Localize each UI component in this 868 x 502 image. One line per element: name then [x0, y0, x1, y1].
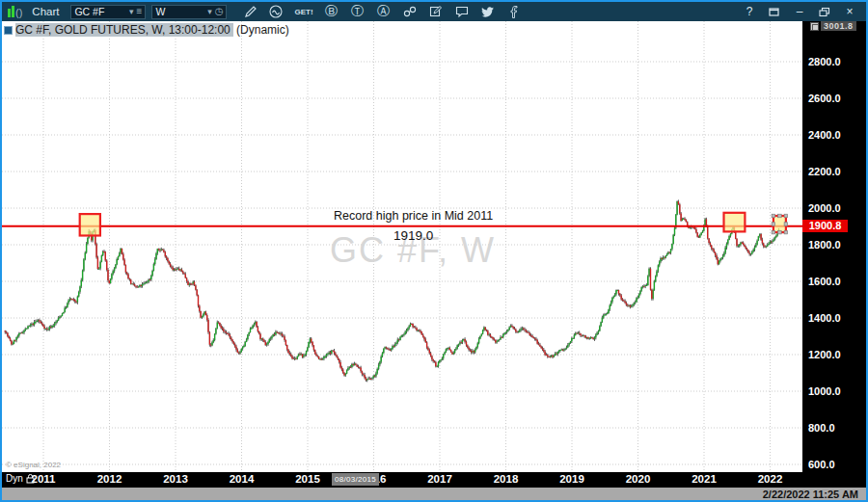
dyn-label: Dyn — [6, 473, 23, 484]
price-tick-label: 2200.0 — [808, 166, 841, 177]
price-tick-label: 1600.0 — [808, 276, 841, 287]
window-menu-label[interactable]: Chart — [32, 6, 59, 17]
chart-title-text: GC #F, GOLD FUTURES, W, 13:00-12:00 — [15, 23, 233, 37]
notes-compose-icon[interactable] — [428, 4, 444, 19]
price-axis[interactable]: 3001.8 2800.02600.02400.02200.02000.0180… — [802, 21, 866, 489]
ask-icon[interactable]: Ⓐ — [376, 4, 392, 19]
symbol-list-icon[interactable]: ≡ — [137, 7, 143, 16]
year-tick-label: 2014 — [230, 473, 255, 485]
trade-icon[interactable]: Ⓣ — [350, 4, 366, 19]
year-tick-label: 2022 — [758, 473, 783, 485]
dynamic-mode-toggle[interactable]: Dyn — [6, 473, 35, 484]
price-tick-label: 2000.0 — [808, 202, 841, 214]
facebook-icon[interactable] — [506, 4, 522, 19]
year-tick-label: 2011 — [32, 473, 56, 485]
help-button[interactable]: ? — [743, 5, 756, 18]
restore-pane-icon[interactable] — [810, 22, 819, 31]
link-icon[interactable] — [402, 4, 418, 19]
candlestick-chart[interactable]: GC #F, W© eSignal, 2022Record high price… — [2, 21, 802, 472]
price-tick-label: 2800.0 — [808, 56, 841, 67]
window-controls: ? – × — [743, 5, 856, 18]
svg-text:1919.0: 1919.0 — [393, 228, 433, 243]
get-quote-icon[interactable]: GET! — [294, 4, 312, 19]
price-tick-label: 1200.0 — [808, 349, 841, 360]
time-axis[interactable]: Dyn 201120122013201420152016201720182019… — [2, 472, 866, 488]
studies-wave-icon[interactable] — [268, 4, 284, 19]
restore-button[interactable] — [818, 5, 831, 18]
toolbar-icon-group: GET! Ⓑ Ⓣ Ⓐ — [242, 4, 521, 19]
chevron-down-icon[interactable]: ▾ — [129, 8, 134, 15]
year-tick-label: 2012 — [97, 473, 122, 485]
chat-bubble-icon[interactable] — [454, 4, 470, 19]
price-tick-label: 1400.0 — [808, 312, 841, 324]
year-tick-label: 2021 — [692, 473, 717, 485]
price-tick-label: 2600.0 — [808, 92, 841, 104]
price-axis-top: 3001.8 — [810, 21, 856, 31]
draw-pencil-icon[interactable] — [242, 4, 258, 19]
hline-price-tag[interactable]: 1900.8 — [802, 220, 848, 232]
price-tick-label: 600.0 — [808, 459, 835, 470]
chevron-down-icon[interactable]: ▾ — [207, 8, 212, 15]
axis-date-marker: 08/03/2015 — [332, 473, 379, 486]
chart-title-suffix: (Dynamic) — [236, 23, 289, 37]
price-tick-label: 800.0 — [808, 422, 835, 434]
twitter-icon[interactable] — [480, 4, 496, 19]
interval-combo[interactable]: W ▾ ◷ — [151, 5, 227, 19]
year-tick-label: 2019 — [559, 473, 584, 485]
svg-text:© eSignal, 2022: © eSignal, 2022 — [6, 461, 62, 469]
price-tick-label: 2400.0 — [808, 129, 841, 141]
year-tick-label: 2013 — [163, 473, 188, 485]
scale-top-value: 3001.8 — [821, 21, 856, 31]
chart-title[interactable]: GC #F, GOLD FUTURES, W, 13:00-12:00 (Dyn… — [4, 23, 289, 37]
svg-text:Record high price in Mid 2011: Record high price in Mid 2011 — [334, 209, 493, 223]
dock-window-button[interactable] — [768, 5, 781, 18]
esignal-app-icon: () — [8, 6, 22, 17]
chart-window: () Chart GC #F ▾ ≡ W ▾ ◷ GET! Ⓑ Ⓣ Ⓐ — [0, 0, 868, 502]
chart-plot-area[interactable]: GC #F, W© eSignal, 2022Record high price… — [2, 21, 802, 472]
interval-value: W — [155, 6, 204, 17]
close-button[interactable]: × — [843, 5, 856, 18]
status-bar: 2/22/2022 11:25 AM — [2, 488, 866, 500]
chart-type-icon — [4, 26, 13, 35]
year-tick-label: 2017 — [427, 473, 452, 485]
year-tick-label: 2020 — [626, 473, 651, 485]
price-tick-label: 1000.0 — [808, 385, 841, 397]
minimize-button[interactable]: – — [793, 5, 806, 18]
symbol-combo[interactable]: GC #F ▾ ≡ — [70, 5, 146, 19]
year-tick-label: 2015 — [295, 473, 320, 485]
year-tick-label: 2018 — [494, 473, 519, 485]
bid-icon[interactable]: Ⓑ — [324, 4, 339, 19]
price-tick-label: 1800.0 — [808, 239, 841, 251]
status-timestamp: 2/22/2022 11:25 AM — [763, 489, 858, 500]
symbol-value: GC #F — [74, 6, 126, 17]
toolbar: () Chart GC #F ▾ ≡ W ▾ ◷ GET! Ⓑ Ⓣ Ⓐ — [2, 2, 866, 21]
clock-icon[interactable]: ◷ — [215, 7, 224, 16]
